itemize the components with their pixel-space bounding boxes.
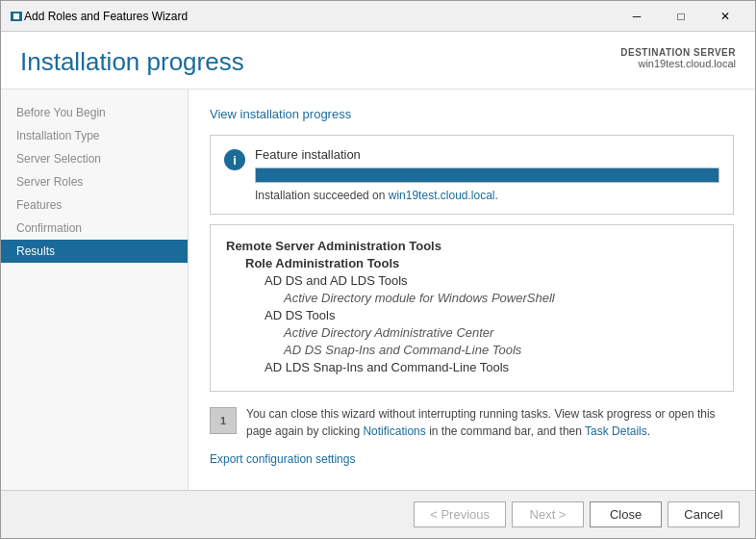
result-item-0: Remote Server Administration Tools xyxy=(226,239,718,253)
wizard-footer: < Previous Next > Close Cancel xyxy=(1,490,755,538)
sidebar-item-before-you-begin: Before You Begin xyxy=(1,101,188,124)
notif-text-part2: in the command bar, and then xyxy=(426,424,585,438)
sidebar-item-confirmation: Confirmation xyxy=(1,217,188,240)
notif-text-part3: . xyxy=(647,424,650,438)
sidebar-item-installation-type: Installation Type xyxy=(1,124,188,147)
close-button[interactable]: Close xyxy=(590,501,662,527)
result-item-4: AD DS Tools xyxy=(226,308,718,322)
cancel-button[interactable]: Cancel xyxy=(668,501,740,527)
feature-install-box: i Feature installation Installation succ… xyxy=(210,135,734,215)
success-server-link[interactable]: win19test.cloud.local xyxy=(389,189,495,202)
result-item-3: Active Directory module for Windows Powe… xyxy=(226,291,718,305)
previous-button[interactable]: < Previous xyxy=(414,501,506,527)
title-bar-text: Add Roles and Features Wizard xyxy=(24,10,615,23)
title-bar: Add Roles and Features Wizard ─ □ ✕ xyxy=(1,1,755,32)
success-prefix: Installation succeeded on xyxy=(255,189,389,202)
maximize-button[interactable]: □ xyxy=(659,4,703,29)
progress-bar xyxy=(255,167,719,183)
results-box: Remote Server Administration Tools Role … xyxy=(210,224,734,392)
wizard-sidebar: Before You Begin Installation Type Serve… xyxy=(1,90,189,490)
next-button[interactable]: Next > xyxy=(512,501,584,527)
export-configuration-link[interactable]: Export configuration settings xyxy=(210,452,355,466)
notification-box: 1 You can close this wizard without inte… xyxy=(210,405,734,440)
sidebar-item-server-selection: Server Selection xyxy=(1,147,188,170)
notification-icon: 1 xyxy=(210,407,237,434)
page-title: Installation progress xyxy=(20,47,244,77)
wizard-window: Add Roles and Features Wizard ─ □ ✕ Inst… xyxy=(0,0,756,539)
info-icon: i xyxy=(224,149,245,170)
main-area: Before You Begin Installation Type Serve… xyxy=(1,90,755,490)
wizard-content: Installation progress DESTINATION SERVER… xyxy=(1,32,755,490)
notification-text: You can close this wizard without interr… xyxy=(246,405,734,440)
section-title: View installation progress xyxy=(210,107,734,121)
feature-install-details: Feature installation Installation succee… xyxy=(255,147,719,202)
notifications-link[interactable]: Notifications xyxy=(363,424,425,438)
install-success-text: Installation succeeded on win19test.clou… xyxy=(255,189,719,202)
result-item-6: AD DS Snap-Ins and Command-Line Tools xyxy=(226,343,718,357)
result-item-1: Role Administration Tools xyxy=(226,256,718,270)
result-item-7: AD LDS Snap-Ins and Command-Line Tools xyxy=(226,360,718,374)
destination-server: win19test.cloud.local xyxy=(620,58,736,69)
window-controls: ─ □ ✕ xyxy=(615,4,747,29)
window-close-button[interactable]: ✕ xyxy=(703,4,747,29)
sidebar-item-results: Results xyxy=(1,240,188,263)
minimize-button[interactable]: ─ xyxy=(615,4,659,29)
sidebar-item-features: Features xyxy=(1,193,188,217)
wizard-header: Installation progress DESTINATION SERVER… xyxy=(1,32,755,90)
app-icon xyxy=(9,9,24,24)
task-details-link[interactable]: Task Details xyxy=(585,424,647,438)
main-content: View installation progress i Feature ins… xyxy=(189,90,755,490)
progress-bar-fill xyxy=(256,168,718,182)
destination-info: DESTINATION SERVER win19test.cloud.local xyxy=(620,47,736,69)
feature-install-title: Feature installation xyxy=(255,147,719,162)
destination-label: DESTINATION SERVER xyxy=(620,47,736,58)
result-item-2: AD DS and AD LDS Tools xyxy=(226,273,718,288)
sidebar-item-server-roles: Server Roles xyxy=(1,170,188,193)
result-item-5: Active Directory Administrative Center xyxy=(226,325,718,340)
success-period: . xyxy=(495,189,498,202)
